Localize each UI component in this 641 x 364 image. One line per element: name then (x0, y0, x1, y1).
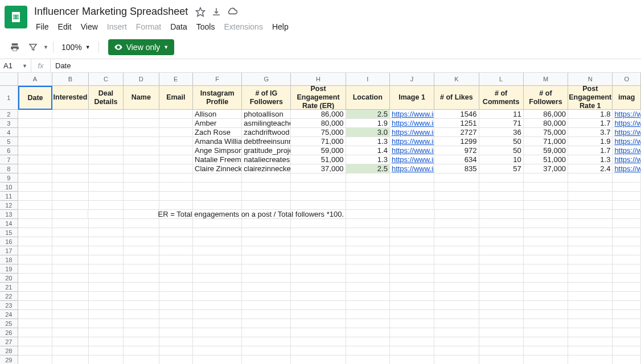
cell[interactable] (291, 264, 346, 274)
row-header[interactable]: 25 (0, 319, 18, 328)
header-cell[interactable]: Post Engagement Rate (ER) (291, 86, 346, 110)
cell[interactable]: 634 (434, 155, 479, 164)
cell[interactable] (18, 173, 52, 183)
cell[interactable] (159, 228, 193, 237)
header-cell[interactable]: # of IG Followers (242, 86, 291, 110)
cell[interactable] (159, 355, 193, 364)
cell[interactable] (124, 328, 159, 337)
cell[interactable] (242, 183, 291, 192)
row-header[interactable]: 1 (0, 86, 18, 110)
cell[interactable] (346, 346, 390, 355)
column-header-A[interactable]: A (18, 73, 52, 85)
cell[interactable]: 1.3 (346, 137, 390, 146)
cell[interactable] (524, 183, 568, 192)
cell[interactable] (479, 219, 524, 228)
cell[interactable]: clairezinnecker (242, 164, 291, 173)
row-header[interactable]: 27 (0, 337, 18, 346)
cell[interactable] (613, 319, 641, 328)
name-box[interactable]: A1▼ (0, 59, 31, 72)
cell[interactable] (52, 292, 88, 301)
cell[interactable] (613, 274, 641, 283)
header-cell[interactable]: Interested (52, 86, 88, 110)
cell[interactable] (18, 264, 52, 274)
cell[interactable] (242, 292, 291, 301)
cell[interactable] (479, 237, 524, 246)
cell[interactable] (18, 164, 52, 173)
cell[interactable] (18, 192, 52, 201)
cell[interactable] (193, 192, 242, 201)
column-header-N[interactable]: N (568, 73, 613, 85)
cell[interactable] (291, 283, 346, 292)
cell[interactable] (159, 119, 193, 128)
cell[interactable] (524, 255, 568, 264)
cell[interactable] (291, 328, 346, 337)
cell[interactable] (18, 246, 52, 255)
cell[interactable] (524, 173, 568, 183)
cell[interactable] (291, 228, 346, 237)
cell[interactable] (291, 219, 346, 228)
header-cell[interactable]: # of Comments (479, 86, 524, 110)
cell[interactable] (124, 264, 159, 274)
cell[interactable] (524, 337, 568, 346)
header-cell[interactable]: Deal Details (89, 86, 124, 110)
cell[interactable]: 1.4 (346, 146, 390, 155)
cell[interactable] (346, 328, 390, 337)
cell[interactable] (434, 237, 479, 246)
cell[interactable] (242, 173, 291, 183)
cell[interactable]: https://w (613, 146, 641, 155)
cell[interactable]: 1.9 (346, 119, 390, 128)
cell[interactable] (52, 337, 88, 346)
cell[interactable] (524, 346, 568, 355)
cell[interactable]: https://www.insta (390, 137, 434, 146)
cell[interactable]: 75,000 (524, 128, 568, 137)
cell[interactable] (124, 173, 159, 183)
cell[interactable]: 972 (434, 146, 479, 155)
cell[interactable] (613, 219, 641, 228)
row-header[interactable]: 6 (0, 146, 18, 155)
cell[interactable] (390, 173, 434, 183)
cell[interactable] (124, 192, 159, 201)
cell[interactable] (346, 264, 390, 274)
cell[interactable] (18, 228, 52, 237)
cell[interactable] (124, 283, 159, 292)
cell[interactable] (52, 346, 88, 355)
cell[interactable] (193, 337, 242, 346)
cell[interactable]: 51,000 (524, 155, 568, 164)
cell[interactable]: photoallison (242, 110, 291, 119)
header-cell[interactable]: Image 1 (390, 86, 434, 110)
cell[interactable] (159, 264, 193, 274)
cell[interactable] (193, 173, 242, 183)
cell[interactable] (89, 283, 124, 292)
cell[interactable] (18, 328, 52, 337)
cell[interactable] (89, 274, 124, 283)
cell[interactable] (346, 219, 390, 228)
cell[interactable]: https://www.insta (390, 146, 434, 155)
cell[interactable] (18, 137, 52, 146)
cell[interactable] (613, 355, 641, 364)
cell[interactable] (346, 310, 390, 319)
cell[interactable] (613, 210, 641, 219)
cell[interactable] (291, 310, 346, 319)
cell[interactable] (89, 346, 124, 355)
cell[interactable]: 59,000 (524, 146, 568, 155)
row-header[interactable]: 5 (0, 137, 18, 146)
cell[interactable] (291, 301, 346, 310)
cell[interactable] (568, 201, 613, 210)
cell[interactable] (18, 346, 52, 355)
cell[interactable] (124, 274, 159, 283)
cell[interactable] (52, 301, 88, 310)
cell[interactable]: 59,000 (291, 146, 346, 155)
cell[interactable] (568, 292, 613, 301)
cell[interactable] (390, 183, 434, 192)
cell[interactable] (52, 119, 88, 128)
cell[interactable] (390, 210, 434, 219)
row-header[interactable]: 18 (0, 255, 18, 264)
cell[interactable] (52, 219, 88, 228)
cell[interactable] (242, 246, 291, 255)
menu-data[interactable]: Data (166, 20, 191, 34)
cell[interactable] (89, 128, 124, 137)
cell[interactable] (124, 355, 159, 364)
cell[interactable] (524, 301, 568, 310)
cell[interactable]: asmilingteacher (242, 119, 291, 128)
cell[interactable] (568, 310, 613, 319)
